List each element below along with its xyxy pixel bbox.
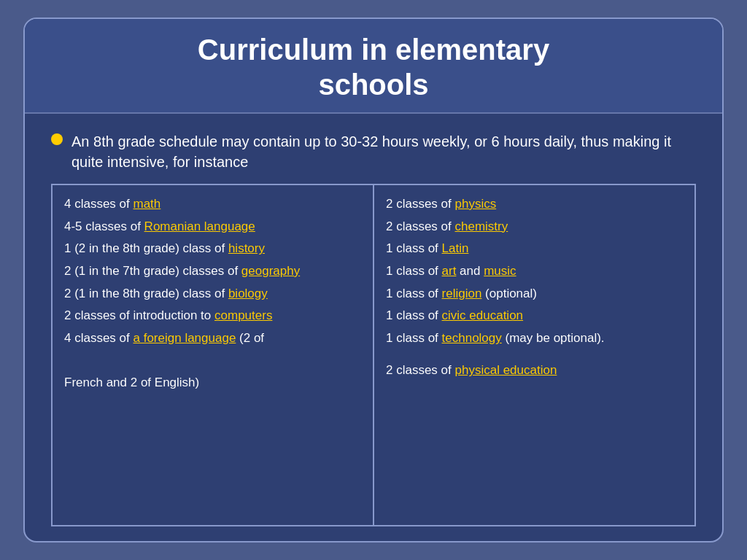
list-item: 2 classes of physical education bbox=[386, 362, 683, 380]
list-item: 1 class of civic education bbox=[386, 307, 683, 325]
list-item: 2 (1 in the 7th grade) classes of geogra… bbox=[64, 262, 361, 281]
spacer bbox=[386, 351, 683, 357]
technology-link[interactable]: technology bbox=[442, 331, 502, 345]
left-column: 4 classes of math 4-5 classes of Romania… bbox=[53, 185, 374, 525]
civic-education-link[interactable]: civic education bbox=[442, 308, 524, 322]
slide-title: Curriculum in elementary schools bbox=[54, 32, 693, 102]
bullet-dot bbox=[51, 133, 63, 145]
list-item: 1 class of Latin bbox=[386, 240, 683, 258]
music-link[interactable]: music bbox=[484, 264, 516, 278]
content-area: An 8th grade schedule may contain up to … bbox=[25, 114, 722, 541]
title-bar: Curriculum in elementary schools bbox=[25, 19, 722, 114]
history-link[interactable]: history bbox=[228, 241, 265, 255]
list-item: 1 class of technology (may be optional). bbox=[386, 330, 683, 348]
list-item bbox=[64, 351, 361, 370]
foreign-language-link[interactable]: a foreign language bbox=[133, 331, 236, 345]
romanian-link[interactable]: Romanian language bbox=[144, 219, 255, 233]
slide: Curriculum in elementary schools An 8th … bbox=[23, 18, 724, 542]
list-item: 4-5 classes of Romanian language bbox=[64, 218, 361, 236]
physical-education-link[interactable]: physical education bbox=[455, 363, 557, 377]
list-item: 2 classes of introduction to computers bbox=[64, 307, 361, 325]
math-link[interactable]: math bbox=[133, 197, 161, 211]
right-column: 2 classes of physics 2 classes of chemis… bbox=[374, 185, 694, 525]
geography-link[interactable]: geography bbox=[241, 264, 300, 278]
list-item: 2 (1 in the 8th grade) class of biology bbox=[64, 285, 361, 303]
list-item: 1 (2 in the 8th grade) class of history bbox=[64, 240, 361, 258]
physics-link[interactable]: physics bbox=[455, 197, 497, 211]
religion-link[interactable]: religion bbox=[442, 287, 482, 300]
list-item: 1 class of art and music bbox=[386, 262, 683, 281]
biology-link[interactable]: biology bbox=[228, 287, 268, 300]
latin-link[interactable]: Latin bbox=[442, 241, 469, 255]
list-item: 2 classes of chemistry bbox=[386, 218, 683, 236]
list-item: 4 classes of a foreign language (2 of bbox=[64, 330, 361, 348]
art-link[interactable]: art bbox=[442, 264, 457, 278]
bullet-text: An 8th grade schedule may contain up to … bbox=[71, 131, 696, 172]
list-item: 4 classes of math bbox=[64, 195, 361, 214]
list-item: 1 class of religion (optional) bbox=[386, 285, 683, 303]
chemistry-link[interactable]: chemistry bbox=[455, 219, 508, 233]
computers-link[interactable]: computers bbox=[214, 308, 272, 322]
list-item: 2 classes of physics bbox=[386, 195, 683, 214]
list-item: French and 2 of English) bbox=[64, 374, 361, 392]
bullet-point: An 8th grade schedule may contain up to … bbox=[51, 131, 696, 172]
curriculum-table: 4 classes of math 4-5 classes of Romania… bbox=[51, 184, 696, 526]
